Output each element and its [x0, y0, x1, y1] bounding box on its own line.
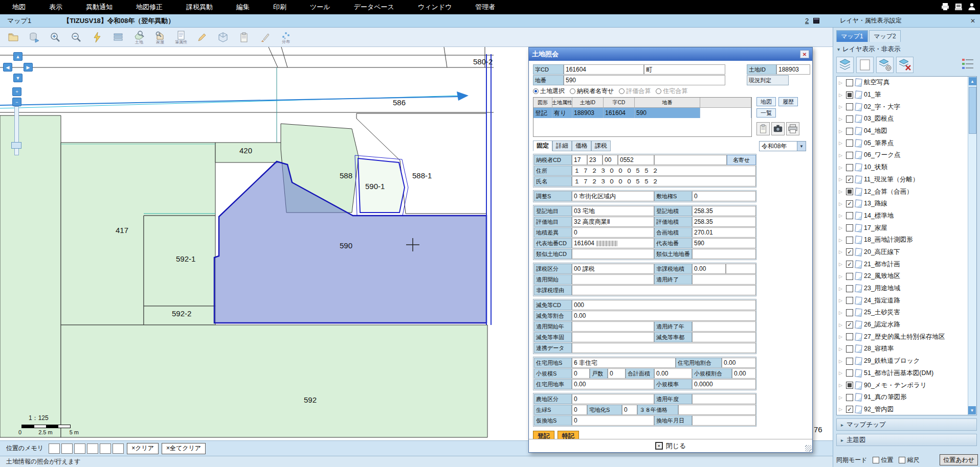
show-map-button[interactable]: 地図 — [756, 97, 776, 106]
list-button[interactable]: 一覧 — [756, 108, 776, 118]
land-search-button[interactable]: 土地 — [130, 29, 148, 46]
reduction-cd-value[interactable]: 000 — [572, 300, 756, 310]
layer-row[interactable]: ▷航空写真 — [837, 77, 968, 89]
expand-arrow-icon[interactable]: ▷ — [839, 310, 844, 315]
print-icon[interactable] — [940, 2, 950, 12]
layer-visibility-section[interactable]: ▾ レイヤ表示・非表示 — [837, 45, 980, 54]
zoom-plus-button[interactable]: ＋ — [12, 87, 21, 96]
expand-arrow-icon[interactable]: ▷ — [839, 383, 844, 388]
layer-checkbox[interactable] — [846, 333, 853, 340]
layer-row[interactable]: ▷✓11_現況筆（分離） — [837, 174, 968, 186]
residential-ratio-value[interactable]: 0.00 — [722, 358, 756, 368]
layer-row[interactable]: ▷03_図根点 — [837, 113, 968, 125]
small-ratio-value[interactable]: 0.00 — [732, 368, 756, 379]
layer-checkbox[interactable] — [846, 369, 853, 377]
distribution-button[interactable]: 分布 — [277, 29, 295, 46]
window-icon[interactable] — [813, 18, 819, 24]
layer-list-button[interactable] — [109, 29, 127, 46]
registered-landuse-value[interactable]: 03 宅地 — [572, 206, 654, 216]
urbanized-s-value[interactable]: 0 — [622, 405, 637, 415]
expand-arrow-icon[interactable]: ▷ — [839, 298, 844, 303]
nontax-reason-value[interactable] — [572, 285, 756, 295]
expand-arrow-icon[interactable]: ▷ — [839, 153, 844, 158]
expand-arrow-icon[interactable]: ▷ — [839, 80, 844, 85]
assessed-landuse-value[interactable]: 32 高度商業Ⅱ — [572, 217, 654, 227]
menu-item-7[interactable]: 印刷 — [273, 3, 286, 12]
map-window-tab[interactable]: マップ1 — [7, 16, 31, 26]
farmland-value[interactable]: 0 — [572, 394, 654, 404]
layer-remove-icon[interactable] — [896, 57, 914, 73]
tab-shosai[interactable]: 詳細 — [552, 141, 572, 151]
memory-slot[interactable] — [100, 443, 111, 454]
expand-arrow-icon[interactable]: ▷ — [839, 407, 844, 412]
layer-row[interactable]: ▷24_指定道路 — [837, 294, 968, 307]
small-scale-s-value[interactable]: 0 — [572, 368, 590, 379]
adjust-value[interactable]: 0 市街化区域内 — [572, 191, 654, 201]
legend-icon[interactable] — [961, 57, 975, 73]
layer-row[interactable]: ▷17_家屋 — [837, 222, 968, 234]
apply-end-year-value[interactable] — [692, 321, 756, 332]
tab-kotei[interactable]: 固定 — [533, 141, 552, 151]
layer-checkbox[interactable] — [846, 273, 853, 280]
expand-arrow-icon[interactable]: ▷ — [839, 104, 844, 109]
expand-arrow-icon[interactable]: ▷ — [839, 322, 844, 328]
brush-button[interactable] — [256, 29, 274, 46]
taxpayer-cd-1[interactable]: 17 — [572, 155, 587, 165]
parcel-result-table[interactable]: 図形 土地属性 土地ID 字CD 地番 登記 有り 188903 161604 … — [533, 97, 752, 137]
layer-checkbox[interactable] — [846, 309, 853, 316]
database-export-button[interactable] — [25, 29, 43, 46]
layer-checkbox[interactable] — [846, 91, 853, 99]
tab-kakaku[interactable]: 価格 — [572, 141, 591, 151]
layer-checkbox[interactable] — [846, 358, 853, 365]
chiban-value[interactable]: 590 — [564, 75, 725, 85]
expand-arrow-icon[interactable]: ▷ — [839, 395, 844, 400]
layer-checkbox[interactable] — [846, 224, 853, 231]
layer-checkbox[interactable] — [846, 139, 853, 147]
layer-checkbox[interactable] — [846, 237, 853, 244]
taxpayer-cd-2[interactable]: 23 — [587, 155, 603, 165]
taxpayer-name-value[interactable] — [654, 155, 727, 165]
residential-rate-value[interactable]: 0.00 — [572, 379, 654, 389]
address-value[interactable]: １７２３０００５５２ — [572, 166, 756, 176]
table-row[interactable]: 登記 有り 188903 161604 590 — [533, 108, 751, 118]
taxpayer-cd-3[interactable]: 00 — [603, 155, 618, 165]
name-lookup-button[interactable]: 名寄せ — [727, 155, 756, 165]
expand-arrow-icon[interactable]: ▷ — [839, 92, 844, 98]
pan-left-button[interactable]: ◀ — [3, 63, 12, 72]
layer-row[interactable]: ▷✓92_管内図 — [837, 404, 968, 415]
blank-layer-icon[interactable] — [856, 57, 874, 73]
printer-icon[interactable] — [786, 122, 799, 135]
panel-close-icon[interactable]: ✕ — [969, 17, 976, 25]
menu-item-6[interactable]: 編集 — [236, 3, 250, 12]
layer-checkbox[interactable] — [846, 152, 853, 159]
layer-checkbox[interactable] — [846, 188, 853, 195]
layer-row[interactable]: ▷90_メモ・テンポラリ — [837, 379, 968, 391]
refresh-button[interactable] — [88, 29, 106, 46]
menu-item-8[interactable]: ツール — [310, 3, 330, 12]
memory-slot[interactable] — [87, 443, 98, 454]
expand-arrow-icon[interactable]: ▷ — [839, 116, 844, 122]
taxpayer-cd-4[interactable]: 0552 — [618, 155, 654, 165]
chevron-down-icon[interactable]: ▼ — [797, 142, 806, 151]
theme-map-section[interactable]: ▸ 主題図 — [836, 434, 977, 446]
layer-row[interactable]: ▷23_用途地域 — [837, 283, 968, 295]
expand-arrow-icon[interactable]: ▷ — [839, 201, 844, 206]
layer-checkbox[interactable] — [846, 345, 853, 353]
zoom-out-button[interactable] — [67, 29, 85, 46]
similar-chiban-value[interactable] — [692, 249, 756, 259]
layer-row[interactable]: ▷✓13_路線 — [837, 198, 968, 210]
tax-class-value[interactable]: 00 課税 — [572, 264, 654, 274]
assessed-area-value[interactable]: 258.35 — [692, 217, 756, 227]
layer-checkbox[interactable] — [846, 164, 853, 171]
layer-checkbox[interactable] — [846, 394, 853, 401]
layer-row[interactable]: ▷28_容積率 — [837, 343, 968, 355]
layer-checkbox[interactable]: ✓ — [846, 406, 853, 413]
map-chip-section[interactable]: ▸ マップチップ — [836, 418, 977, 431]
pan-down-button[interactable]: ▼ — [13, 74, 23, 82]
pan-up-button[interactable]: ▲ — [13, 52, 23, 61]
dialog-title-bar[interactable]: 土地照会 ✕ — [529, 48, 812, 61]
cube-3d-button[interactable] — [214, 29, 232, 46]
menu-item-10[interactable]: ウィンドウ — [418, 3, 452, 12]
replot-date-value[interactable] — [692, 415, 756, 426]
copy-print-icon[interactable] — [953, 2, 964, 12]
